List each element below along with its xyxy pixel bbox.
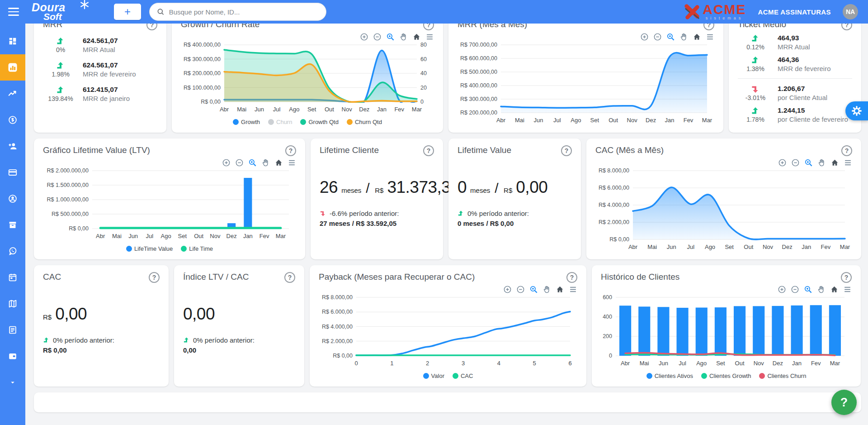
pan-icon[interactable]: [679, 33, 688, 41]
svg-text:Jul: Jul: [679, 360, 686, 367]
sidebar-item-trending[interactable]: [0, 81, 25, 107]
sidebar-item-map[interactable]: [0, 291, 25, 317]
zoom-in-icon[interactable]: [222, 158, 231, 167]
sidebar-item-revenue[interactable]: [0, 107, 25, 133]
help-icon[interactable]: ?: [149, 272, 160, 283]
svg-text:Mai: Mai: [640, 360, 649, 367]
selection-zoom-icon[interactable]: [666, 33, 675, 41]
ltv-chart[interactable]: R$ 2.000.000,00R$ 1.500.000,00R$ 1.000.0…: [43, 167, 296, 243]
cac-monthly-chart[interactable]: R$ 8.000,00R$ 6.000,00R$ 4.000,00R$ 2.00…: [595, 167, 852, 254]
menu-icon[interactable]: [8, 8, 19, 16]
selection-zoom-icon[interactable]: [804, 158, 813, 167]
zoom-out-icon[interactable]: [235, 158, 244, 167]
help-icon[interactable]: ?: [285, 145, 296, 156]
legend-item[interactable]: Churn Qtd: [347, 119, 382, 125]
selection-zoom-icon[interactable]: [386, 33, 395, 41]
menu-list-icon[interactable]: [843, 285, 852, 294]
menu-list-icon[interactable]: [706, 33, 714, 41]
menu-list-icon[interactable]: [844, 158, 852, 167]
sidebar-item-receipt[interactable]: [0, 317, 25, 343]
legend-item[interactable]: Valor: [423, 372, 444, 379]
search-bar[interactable]: [149, 3, 326, 21]
legend-item[interactable]: CAC: [453, 372, 473, 379]
card-title: Lifetime Value: [458, 145, 511, 155]
help-icon[interactable]: ?: [284, 272, 295, 283]
credit-card-icon: [8, 167, 18, 177]
legend-item[interactable]: Clientes Churn: [759, 372, 806, 379]
legend-label: CAC: [461, 372, 473, 379]
zoom-in-icon[interactable]: [778, 158, 787, 167]
sidebar-item-add-client[interactable]: [0, 133, 25, 159]
help-icon[interactable]: ?: [841, 272, 852, 283]
home-icon[interactable]: [830, 158, 839, 167]
search-input[interactable]: [169, 8, 319, 16]
zoom-out-icon[interactable]: [791, 285, 799, 294]
zoom-out-icon[interactable]: [373, 33, 382, 41]
sidebar-item-archive[interactable]: [0, 212, 25, 238]
svg-text:Fev: Fev: [821, 244, 831, 250]
metric-value: 464,36: [778, 56, 831, 64]
zoom-out-icon[interactable]: [653, 33, 662, 41]
legend-item[interactable]: Life Time: [181, 245, 213, 252]
sidebar-item-analytics[interactable]: [0, 54, 25, 81]
selection-zoom-icon[interactable]: [248, 158, 257, 167]
zoom-out-icon[interactable]: [516, 285, 525, 294]
help-icon[interactable]: ?: [423, 145, 434, 156]
sidebar-item-account[interactable]: [0, 186, 25, 212]
pan-icon[interactable]: [817, 158, 826, 167]
pan-icon[interactable]: [399, 33, 408, 41]
help-icon[interactable]: ?: [561, 145, 572, 156]
sidebar-collapse[interactable]: [0, 369, 25, 396]
svg-text:Jul: Jul: [553, 117, 561, 124]
home-icon[interactable]: [830, 285, 839, 294]
avatar[interactable]: NA: [843, 4, 858, 19]
home-icon[interactable]: [274, 158, 283, 167]
mrr-monthly-chart[interactable]: R$ 700.000,00R$ 600.000,00R$ 500.000,00R…: [458, 41, 714, 127]
growth-churn-chart[interactable]: R$ 400.000,00R$ 300.000,00R$ 200.000,00R…: [181, 41, 434, 116]
svg-text:R$ 600.000,00: R$ 600.000,00: [460, 55, 497, 62]
legend-item[interactable]: Growth: [233, 119, 260, 125]
person-add-icon: [8, 141, 18, 151]
sidebar-item-whatsapp[interactable]: [0, 238, 25, 264]
legend-item[interactable]: Clientes Ativos: [646, 372, 693, 379]
zoom-in-icon[interactable]: [778, 285, 786, 294]
historico-clientes-chart[interactable]: 6004002000AbrMaiJunJulAgoSetOutNovDezJan…: [601, 294, 852, 370]
selection-zoom-icon[interactable]: [529, 285, 538, 294]
sidebar-item-wallet[interactable]: [0, 343, 25, 369]
pan-icon[interactable]: [817, 285, 826, 294]
zoom-in-icon[interactable]: [360, 33, 368, 41]
help-icon[interactable]: ?: [841, 145, 852, 156]
sidebar-item-dashboard[interactable]: [0, 28, 25, 54]
home-icon[interactable]: [693, 33, 701, 41]
help-icon[interactable]: ?: [566, 272, 577, 283]
legend-item[interactable]: Churn: [268, 119, 292, 125]
payback-chart[interactable]: R$ 8.000,00R$ 6.000,00R$ 4.000,00R$ 2.00…: [319, 294, 577, 370]
selection-zoom-icon[interactable]: [804, 285, 812, 294]
account-name[interactable]: ACME ASSINATURAS: [758, 8, 831, 16]
legend-dot: [181, 246, 187, 252]
menu-list-icon[interactable]: [569, 285, 577, 294]
chart-toolbar: [601, 285, 852, 294]
legend-item[interactable]: Growth Qtd: [300, 119, 338, 125]
svg-text:Dez: Dez: [226, 233, 237, 239]
sidebar-item-calendar[interactable]: [0, 264, 25, 291]
legend-item[interactable]: LifeTime Value: [126, 245, 173, 252]
trending-icon: [8, 89, 18, 99]
help-fab[interactable]: ?: [831, 390, 857, 415]
menu-list-icon[interactable]: [425, 33, 434, 41]
settings-button[interactable]: [845, 101, 868, 120]
zoom-in-icon[interactable]: [640, 33, 649, 41]
home-icon[interactable]: [412, 33, 421, 41]
menu-list-icon[interactable]: [288, 158, 296, 167]
home-icon[interactable]: [556, 285, 564, 294]
chart-toolbar: [43, 158, 296, 167]
pan-icon[interactable]: [542, 285, 551, 294]
zoom-in-icon[interactable]: [503, 285, 512, 294]
add-button[interactable]: +: [114, 4, 141, 20]
sidebar-item-billing[interactable]: [0, 159, 25, 186]
zoom-out-icon[interactable]: [791, 158, 800, 167]
pan-icon[interactable]: [261, 158, 270, 167]
delta-text: -6.6% período anterior:: [330, 210, 399, 217]
svg-text:R$ 2.000,00: R$ 2.000,00: [322, 338, 353, 344]
legend-item[interactable]: Clientes Growth: [701, 372, 751, 379]
